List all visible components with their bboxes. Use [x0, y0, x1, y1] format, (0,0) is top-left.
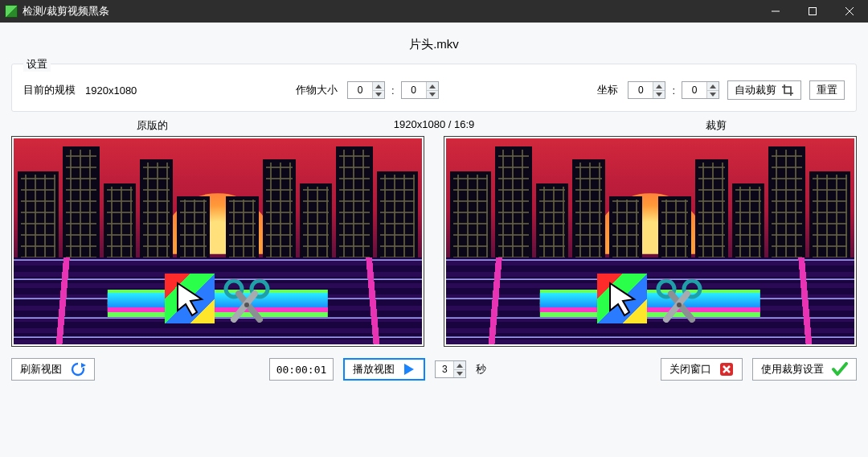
refresh-view-button[interactable]: 刷新视图 [11, 358, 95, 381]
cropped-preview-box [444, 136, 857, 347]
settings-group: 设置 目前的规模 1920x1080 作物大小 : [11, 64, 857, 112]
header-original: 原版的 [11, 118, 293, 133]
file-name: 片头.mkv [11, 37, 857, 52]
play-view-button[interactable]: 播放视图 [343, 358, 425, 381]
seconds-input[interactable] [436, 361, 453, 377]
timecode-display: 00:00:01 [269, 358, 334, 381]
header-cropped: 裁剪 [575, 118, 857, 133]
crop-height-input[interactable] [402, 82, 426, 98]
apply-crop-button[interactable]: 使用裁剪设置 [752, 358, 857, 381]
svg-marker-9 [656, 93, 662, 97]
scissors-logo-icon [223, 274, 271, 323]
reset-label: 重置 [817, 83, 837, 97]
colon: : [391, 84, 395, 97]
reset-button[interactable]: 重置 [809, 80, 845, 100]
coord-x-spinner[interactable] [628, 81, 665, 99]
current-scale-value: 1920x1080 [85, 84, 137, 97]
auto-crop-label: 自动裁剪 [735, 83, 776, 97]
svg-marker-8 [656, 84, 662, 89]
spin-down-icon[interactable] [653, 90, 665, 98]
crop-icon [781, 84, 794, 97]
spin-up-icon[interactable] [707, 82, 719, 90]
coord-y-spinner[interactable] [682, 81, 719, 99]
spin-down-icon[interactable] [373, 90, 384, 98]
original-preview-image [14, 138, 422, 344]
svg-marker-20 [81, 363, 86, 368]
close-window-label: 关闭窗口 [669, 362, 711, 377]
settings-row: 目前的规模 1920x1080 作物大小 : 坐标 [23, 80, 845, 100]
svg-marker-4 [375, 84, 382, 89]
check-icon [832, 362, 848, 377]
crop-width-input[interactable] [348, 82, 372, 98]
seconds-spinner[interactable] [435, 360, 466, 378]
svg-marker-5 [375, 93, 382, 97]
spin-up-icon[interactable] [454, 361, 465, 369]
svg-marker-10 [710, 84, 716, 89]
header-aspect-info: 1920x1080 / 16:9 [293, 118, 575, 133]
seconds-unit: 秒 [476, 362, 486, 377]
svg-marker-16 [610, 283, 634, 315]
svg-marker-11 [710, 93, 716, 97]
svg-marker-7 [429, 93, 436, 97]
coord-label: 坐标 [597, 83, 618, 97]
play-view-label: 播放视图 [353, 362, 395, 377]
play-icon [403, 363, 416, 376]
preview-headers: 原版的 1920x1080 / 16:9 裁剪 [11, 118, 857, 133]
title-bar: 检测/裁剪视频黑条 [0, 0, 868, 23]
coord-x-input[interactable] [628, 82, 653, 98]
spin-down-icon[interactable] [707, 90, 719, 98]
crop-size-label: 作物大小 [296, 83, 338, 97]
spin-down-icon[interactable] [427, 90, 438, 98]
auto-crop-button[interactable]: 自动裁剪 [727, 80, 801, 100]
cursor-logo-icon [597, 274, 647, 323]
maximize-button[interactable] [794, 0, 831, 23]
settings-legend: 设置 [23, 57, 51, 72]
spin-up-icon[interactable] [373, 82, 384, 90]
scissors-logo-icon [655, 274, 703, 323]
minimize-button[interactable] [757, 0, 794, 23]
spin-up-icon[interactable] [427, 82, 438, 90]
refresh-view-label: 刷新视图 [20, 362, 62, 377]
svg-marker-21 [404, 364, 414, 375]
svg-point-15 [244, 303, 249, 307]
preview-row [11, 136, 857, 347]
spin-down-icon[interactable] [454, 369, 465, 377]
svg-point-19 [677, 303, 682, 307]
spin-up-icon[interactable] [653, 82, 665, 90]
window-controls [757, 0, 868, 23]
window-title: 检测/裁剪视频黑条 [23, 4, 757, 19]
coord-y-input[interactable] [682, 82, 706, 98]
client-area: 片头.mkv 设置 目前的规模 1920x1080 作物大小 : [0, 23, 868, 457]
refresh-icon [70, 361, 86, 377]
cropped-preview-image [446, 138, 854, 344]
cursor-logo-icon [165, 274, 215, 323]
cropped-column [444, 136, 857, 347]
bottom-bar: 刷新视图 00:00:01 播放视图 秒 关闭窗口 [11, 358, 857, 381]
app-icon [5, 5, 18, 18]
close-red-icon [719, 362, 734, 377]
apply-crop-label: 使用裁剪设置 [761, 362, 824, 377]
close-window-button[interactable]: 关闭窗口 [661, 358, 743, 381]
svg-marker-12 [178, 283, 202, 315]
minimize-icon [771, 6, 780, 16]
original-column [11, 136, 424, 347]
svg-marker-22 [457, 364, 463, 368]
crop-width-spinner[interactable] [347, 81, 385, 99]
svg-rect-1 [809, 8, 817, 15]
maximize-icon [808, 6, 817, 16]
svg-marker-23 [457, 372, 463, 376]
close-button[interactable] [831, 0, 868, 23]
current-scale-label: 目前的规模 [23, 83, 76, 97]
original-preview-box [11, 136, 424, 347]
colon: : [672, 84, 675, 97]
crop-height-spinner[interactable] [401, 81, 439, 99]
svg-marker-6 [429, 84, 436, 89]
close-icon [845, 6, 854, 16]
